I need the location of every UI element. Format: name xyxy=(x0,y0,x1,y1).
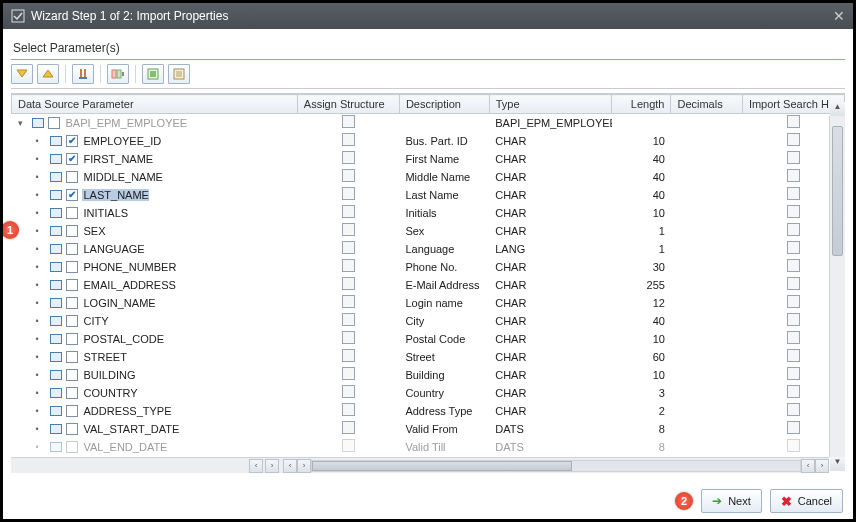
import-checkbox[interactable] xyxy=(787,115,800,128)
table-row[interactable]: • FIRST_NAME First Name CHAR 40 xyxy=(12,150,845,168)
table-row[interactable]: • EMAIL_ADDRESS E-Mail Address CHAR 255 xyxy=(12,276,845,294)
assign-checkbox[interactable] xyxy=(342,277,355,290)
table-row[interactable]: • SEX Sex CHAR 1 xyxy=(12,222,845,240)
checkbox[interactable] xyxy=(66,297,78,309)
checkbox[interactable] xyxy=(66,279,78,291)
scroll-up-icon[interactable]: ▲ xyxy=(830,102,845,116)
table-row[interactable]: • EMPLOYEE_ID Bus. Part. ID CHAR 10 xyxy=(12,132,845,150)
checkbox[interactable] xyxy=(66,171,78,183)
checkbox[interactable] xyxy=(66,189,78,201)
import-checkbox[interactable] xyxy=(787,295,800,308)
checkbox[interactable] xyxy=(66,243,78,255)
deselect-all-button[interactable] xyxy=(168,64,190,84)
column-config-button[interactable] xyxy=(107,64,129,84)
scroll-left-icon[interactable]: ‹ xyxy=(283,459,297,473)
col-decimals[interactable]: Decimals xyxy=(671,95,742,114)
assign-checkbox[interactable] xyxy=(342,295,355,308)
vscroll[interactable]: ▲ ▼ xyxy=(829,116,845,457)
col-type[interactable]: Type xyxy=(489,95,612,114)
import-checkbox[interactable] xyxy=(787,367,800,380)
assign-checkbox[interactable] xyxy=(342,187,355,200)
checkbox[interactable] xyxy=(66,351,78,363)
table-row[interactable]: • LOGIN_NAME Login name CHAR 12 xyxy=(12,294,845,312)
import-checkbox[interactable] xyxy=(787,403,800,416)
import-checkbox[interactable] xyxy=(787,331,800,344)
table-row[interactable]: • LAST_NAME Last Name CHAR 40 xyxy=(12,186,845,204)
assign-checkbox[interactable] xyxy=(342,241,355,254)
checkbox[interactable] xyxy=(66,441,78,453)
table-row[interactable]: • POSTAL_CODE Postal Code CHAR 10 xyxy=(12,330,845,348)
next-button[interactable]: ➔ Next xyxy=(701,489,762,513)
import-checkbox[interactable] xyxy=(787,439,800,452)
select-all-button[interactable] xyxy=(142,64,164,84)
checkbox[interactable] xyxy=(66,207,78,219)
cancel-button[interactable]: ✖ Cancel xyxy=(770,489,843,513)
assign-checkbox[interactable] xyxy=(342,367,355,380)
checkbox[interactable] xyxy=(66,423,78,435)
import-checkbox[interactable] xyxy=(787,223,800,236)
import-checkbox[interactable] xyxy=(787,349,800,362)
assign-checkbox[interactable] xyxy=(342,151,355,164)
table-row[interactable]: • LANGUAGE Language LANG 1 xyxy=(12,240,845,258)
scroll-right-icon[interactable]: › xyxy=(297,459,311,473)
assign-checkbox[interactable] xyxy=(342,133,355,146)
scroll-down-icon[interactable]: ▼ xyxy=(830,457,845,471)
hscroll-thumb[interactable] xyxy=(312,461,572,471)
tree-root-row[interactable]: ▾ BAPI_EPM_EMPLOYEE BAPI_EPM_EMPLOYEE xyxy=(12,114,845,132)
scroll-right-icon[interactable]: › xyxy=(815,459,829,473)
table-row[interactable]: • CITY City CHAR 40 xyxy=(12,312,845,330)
import-checkbox[interactable] xyxy=(787,277,800,290)
import-checkbox[interactable] xyxy=(787,421,800,434)
assign-checkbox[interactable] xyxy=(342,205,355,218)
table-row[interactable]: • VAL_END_DATE Valid Till DATS 8 xyxy=(12,438,845,456)
collapse-all-button[interactable] xyxy=(37,64,59,84)
checkbox[interactable] xyxy=(66,333,78,345)
table-row[interactable]: • BUILDING Building CHAR 10 xyxy=(12,366,845,384)
import-checkbox[interactable] xyxy=(787,133,800,146)
assign-checkbox[interactable] xyxy=(342,223,355,236)
import-checkbox[interactable] xyxy=(787,313,800,326)
col-assign[interactable]: Assign Structure xyxy=(297,95,399,114)
checkbox[interactable] xyxy=(66,261,78,273)
scroll-right-icon[interactable]: › xyxy=(265,459,279,473)
assign-checkbox[interactable] xyxy=(342,313,355,326)
close-button[interactable]: ✕ xyxy=(833,8,845,24)
assign-checkbox[interactable] xyxy=(342,439,355,452)
table-row[interactable]: • STREET Street CHAR 60 xyxy=(12,348,845,366)
checkbox[interactable] xyxy=(66,315,78,327)
checkbox[interactable] xyxy=(66,225,78,237)
checkbox[interactable] xyxy=(66,387,78,399)
assign-checkbox[interactable] xyxy=(342,331,355,344)
import-checkbox[interactable] xyxy=(787,385,800,398)
assign-checkbox[interactable] xyxy=(342,115,355,128)
import-checkbox[interactable] xyxy=(787,151,800,164)
assign-checkbox[interactable] xyxy=(342,259,355,272)
assign-checkbox[interactable] xyxy=(342,169,355,182)
expand-all-button[interactable] xyxy=(11,64,33,84)
assign-checkbox[interactable] xyxy=(342,421,355,434)
col-param[interactable]: Data Source Parameter xyxy=(12,95,298,114)
table-row[interactable]: • PHONE_NUMBER Phone No. CHAR 30 xyxy=(12,258,845,276)
assign-checkbox[interactable] xyxy=(342,385,355,398)
tree-hscroll[interactable]: ‹ › xyxy=(11,457,283,473)
col-length[interactable]: Length xyxy=(612,95,671,114)
collapse-icon[interactable]: ▾ xyxy=(18,118,28,128)
scroll-left-icon[interactable]: ‹ xyxy=(801,459,815,473)
table-row[interactable]: • ADDRESS_TYPE Address Type CHAR 2 xyxy=(12,402,845,420)
assign-checkbox[interactable] xyxy=(342,349,355,362)
table-row[interactable]: • VAL_START_DATE Valid From DATS 8 xyxy=(12,420,845,438)
import-checkbox[interactable] xyxy=(787,169,800,182)
import-checkbox[interactable] xyxy=(787,259,800,272)
import-checkbox[interactable] xyxy=(787,241,800,254)
table-row[interactable]: • MIDDLE_NAME Middle Name CHAR 40 xyxy=(12,168,845,186)
import-checkbox[interactable] xyxy=(787,205,800,218)
table-row[interactable]: • COUNTRY Country CHAR 3 xyxy=(12,384,845,402)
col-desc[interactable]: Description xyxy=(399,95,489,114)
checkbox[interactable] xyxy=(66,369,78,381)
find-button[interactable] xyxy=(72,64,94,84)
vscroll-thumb[interactable] xyxy=(832,126,843,256)
import-checkbox[interactable] xyxy=(787,187,800,200)
assign-checkbox[interactable] xyxy=(342,403,355,416)
table-row[interactable]: • INITIALS Initials CHAR 10 xyxy=(12,204,845,222)
checkbox[interactable] xyxy=(66,405,78,417)
